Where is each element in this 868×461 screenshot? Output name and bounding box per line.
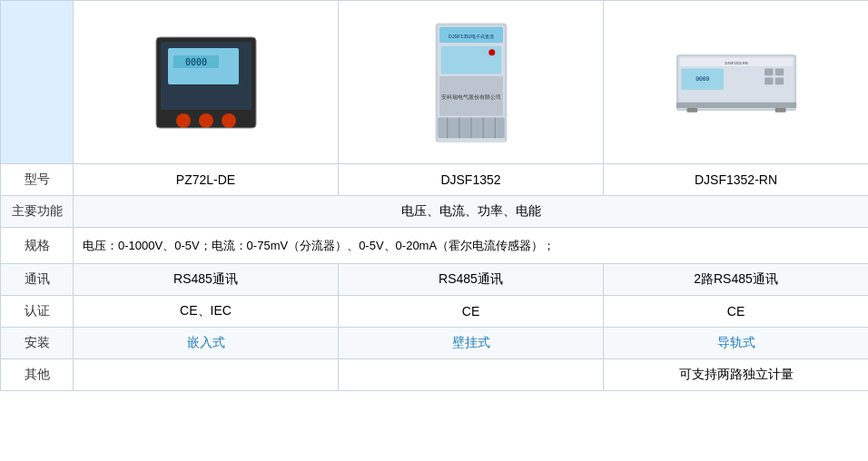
other-djsf1352rn: 可支持两路独立计量 — [604, 359, 869, 391]
model-label: 型号 — [1, 164, 74, 196]
cert-pz72l: CE、IEC — [74, 296, 339, 328]
comparison-table: 0000 — [0, 0, 868, 391]
svg-text:0000: 0000 — [695, 75, 709, 82]
spec-label: 规格 — [1, 228, 74, 264]
other-row: 其他 可支持两路独立计量 — [1, 359, 869, 391]
djsf1352-device-svg: DJSF1352电子式直流 安科瑞电气股份有限公司 — [408, 19, 535, 146]
product-image-djsf1352: DJSF1352电子式直流 安科瑞电气股份有限公司 — [339, 1, 604, 164]
cert-djsf1352rn: CE — [604, 296, 869, 328]
image-row-label — [1, 1, 74, 164]
other-label: 其他 — [1, 359, 74, 391]
svg-text:DJSF1352电子式直流: DJSF1352电子式直流 — [449, 34, 494, 39]
svg-point-5 — [176, 113, 191, 128]
comm-djsf1352: RS485通讯 — [339, 264, 604, 296]
comm-djsf1352rn: 2路RS485通讯 — [604, 264, 869, 296]
spec-value: 电压：0-1000V、0-5V；电流：0-75mV（分流器）、0-5V、0-20… — [74, 228, 869, 264]
install-row: 安装 嵌入式 壁挂式 导轨式 — [1, 328, 869, 359]
svg-rect-29 — [764, 68, 773, 75]
function-label: 主要功能 — [1, 196, 74, 228]
comm-label: 通讯 — [1, 264, 74, 296]
product-image-pz72l: 0000 — [74, 1, 339, 164]
spec-row: 规格 电压：0-1000V、0-5V；电流：0-75mV（分流器）、0-5V、0… — [1, 228, 869, 264]
svg-text:0000: 0000 — [184, 57, 206, 67]
model-djsf1352: DJSF1352 — [339, 164, 604, 196]
product-image-row: 0000 — [1, 1, 869, 164]
cert-djsf1352: CE — [339, 296, 604, 328]
install-djsf1352rn: 导轨式 — [604, 328, 869, 359]
svg-point-7 — [222, 113, 236, 128]
install-label: 安装 — [1, 328, 74, 359]
svg-rect-30 — [774, 68, 783, 75]
other-djsf1352 — [339, 359, 604, 391]
svg-rect-33 — [676, 102, 795, 107]
pz72l-device-svg: 0000 — [143, 19, 270, 146]
djsf1352rn-device-svg: DJSF1352-RN 0000 — [673, 19, 800, 146]
svg-rect-31 — [764, 77, 773, 84]
model-row: 型号 PZ72L-DE DJSF1352 DJSF1352-RN — [1, 164, 869, 196]
cert-row: 认证 CE、IEC CE CE — [1, 296, 869, 328]
install-djsf1352: 壁挂式 — [339, 328, 604, 359]
svg-point-14 — [488, 49, 495, 55]
product-image-djsf1352rn: DJSF1352-RN 0000 — [604, 1, 869, 164]
svg-text:DJSF1352-RN: DJSF1352-RN — [725, 60, 747, 64]
other-pz72l — [74, 359, 339, 391]
svg-text:安科瑞电气股份有限公司: 安科瑞电气股份有限公司 — [441, 93, 501, 99]
svg-rect-34 — [686, 108, 697, 113]
comm-row: 通讯 RS485通讯 RS485通讯 2路RS485通讯 — [1, 264, 869, 296]
install-pz72l: 嵌入式 — [74, 328, 339, 359]
svg-rect-32 — [774, 77, 783, 84]
svg-point-6 — [199, 113, 213, 128]
comm-pz72l: RS485通讯 — [74, 264, 339, 296]
function-value: 电压、电流、功率、电能 — [74, 196, 869, 228]
function-row: 主要功能 电压、电流、功率、电能 — [1, 196, 869, 228]
cert-label: 认证 — [1, 296, 74, 328]
svg-rect-35 — [774, 108, 785, 113]
model-pz72l: PZ72L-DE — [74, 164, 339, 196]
model-djsf1352rn: DJSF1352-RN — [604, 164, 869, 196]
